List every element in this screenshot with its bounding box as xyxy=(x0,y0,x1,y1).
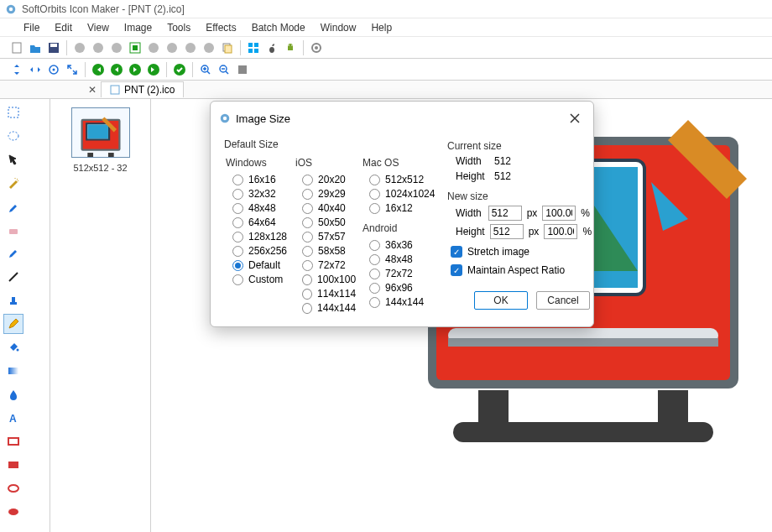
maintain-aspect-checkbox[interactable]: ✓Maintain Aspect Ratio xyxy=(451,264,590,276)
bucket-tool[interactable] xyxy=(3,337,23,357)
save-button[interactable] xyxy=(45,39,62,56)
drop-tool[interactable] xyxy=(3,384,23,404)
eyedropper-tool[interactable] xyxy=(3,196,23,216)
radio-144x144-android[interactable]: 144x144 xyxy=(369,296,436,308)
rect-fill-tool[interactable] xyxy=(3,455,23,475)
new-size-label: New size xyxy=(447,190,590,202)
apple-icon[interactable] xyxy=(263,39,280,56)
new-width-percent-input[interactable] xyxy=(542,206,576,221)
radio-16x12[interactable]: 16x12 xyxy=(369,202,436,214)
radio-default[interactable]: Default xyxy=(232,259,289,271)
pencil-tool[interactable] xyxy=(3,314,23,334)
new-height-input[interactable] xyxy=(490,224,524,239)
new-height-percent-input[interactable] xyxy=(544,224,577,239)
resize-v-button[interactable] xyxy=(8,61,25,78)
text-tool[interactable]: A xyxy=(3,408,23,428)
last-button[interactable] xyxy=(145,61,162,78)
radio-114x114[interactable]: 114x114 xyxy=(302,288,356,300)
radio-1024x1024[interactable]: 1024x1024 xyxy=(369,188,436,200)
radio-72x72-android[interactable]: 72x72 xyxy=(369,268,436,279)
toolbar-separator xyxy=(66,40,67,55)
target-button[interactable] xyxy=(45,61,62,78)
radio-57x57[interactable]: 57x57 xyxy=(302,231,356,243)
zoom-out-button[interactable] xyxy=(216,61,232,78)
tab-close-icon[interactable]: ✕ xyxy=(84,84,101,96)
radio-custom[interactable]: Custom xyxy=(232,274,289,285)
menu-batch-mode[interactable]: Batch Mode xyxy=(245,20,312,35)
settings-button[interactable] xyxy=(308,39,325,56)
menu-effects[interactable]: Effects xyxy=(199,20,243,35)
menu-help[interactable]: Help xyxy=(364,20,399,35)
radio-96x96[interactable]: 96x96 xyxy=(369,282,436,294)
percent-label: % xyxy=(581,207,590,219)
ellipse-fill-tool[interactable] xyxy=(3,502,23,522)
shrink-button[interactable] xyxy=(64,61,81,78)
prev-button[interactable] xyxy=(108,61,125,78)
stop-button[interactable] xyxy=(234,61,251,78)
ellipse-select-tool[interactable] xyxy=(3,126,23,146)
menu-file[interactable]: File xyxy=(17,20,46,35)
menu-view[interactable]: View xyxy=(81,20,116,35)
stretch-image-checkbox[interactable]: ✓Stretch image xyxy=(451,246,590,258)
radio-144x144-ios[interactable]: 144x144 xyxy=(302,302,356,314)
radio-100x100[interactable]: 100x100 xyxy=(302,274,356,285)
svg-point-23 xyxy=(315,46,318,50)
android-icon[interactable] xyxy=(282,39,299,56)
resize-h-button[interactable] xyxy=(27,61,44,78)
svg-rect-43 xyxy=(8,438,18,445)
wand-tool[interactable] xyxy=(3,173,23,193)
menu-tools[interactable]: Tools xyxy=(160,20,197,35)
accept-button[interactable] xyxy=(171,61,188,78)
radio-32x32[interactable]: 32x32 xyxy=(232,188,289,200)
dialog-close-button[interactable] xyxy=(565,108,585,128)
tab-document[interactable]: PNT (2).ico xyxy=(101,81,184,97)
radio-256x256[interactable]: 256x256 xyxy=(232,245,289,257)
arrow-tool[interactable] xyxy=(3,149,23,170)
radio-512x512[interactable]: 512x512 xyxy=(369,174,436,185)
radio-36x36[interactable]: 36x36 xyxy=(369,239,436,251)
ios-heading: iOS xyxy=(295,157,356,169)
radio-50x50[interactable]: 50x50 xyxy=(302,216,356,228)
gradient-tool[interactable] xyxy=(3,361,23,381)
line-tool[interactable] xyxy=(3,267,23,287)
zoom-in-button[interactable] xyxy=(197,61,214,78)
menu-window[interactable]: Window xyxy=(314,20,363,35)
radio-48x48[interactable]: 48x48 xyxy=(232,202,289,214)
app-logo-icon xyxy=(5,3,17,15)
brush-tool[interactable] xyxy=(3,243,23,263)
radio-64x64[interactable]: 64x64 xyxy=(232,216,289,228)
copy-button[interactable] xyxy=(219,39,236,56)
new-file-button[interactable] xyxy=(8,39,25,56)
first-button[interactable] xyxy=(90,61,107,78)
radio-20x20[interactable]: 20x20 xyxy=(302,174,356,185)
radio-58x58[interactable]: 58x58 xyxy=(302,245,356,257)
ellipse-tool[interactable] xyxy=(3,478,23,498)
source-button[interactable] xyxy=(127,39,143,56)
rect-tool[interactable] xyxy=(3,431,23,451)
menu-image[interactable]: Image xyxy=(117,20,159,35)
rect-select-tool[interactable] xyxy=(3,102,23,123)
default-size-label: Default Size xyxy=(224,138,436,150)
macos-heading: Mac OS xyxy=(363,157,436,169)
radio-72x72[interactable]: 72x72 xyxy=(302,259,356,271)
title-bar: SoftOrbits Icon Maker - [PNT (2).ico] xyxy=(0,0,772,18)
new-width-input[interactable] xyxy=(488,206,522,221)
menu-edit[interactable]: Edit xyxy=(48,20,79,35)
svg-point-25 xyxy=(53,68,55,70)
radio-40x40[interactable]: 40x40 xyxy=(302,202,356,214)
disabled-dot-button xyxy=(108,39,125,56)
radio-16x16[interactable]: 16x16 xyxy=(232,174,289,185)
ok-button[interactable]: OK xyxy=(474,291,528,310)
stamp-tool[interactable] xyxy=(3,290,23,310)
thumbnail-caption: 512x512 - 32 xyxy=(73,163,127,173)
radio-48x48-android[interactable]: 48x48 xyxy=(369,253,436,265)
cancel-button[interactable]: Cancel xyxy=(536,291,590,310)
eraser-tool[interactable] xyxy=(3,220,23,240)
windows-icon[interactable] xyxy=(245,39,262,56)
radio-29x29[interactable]: 29x29 xyxy=(302,188,356,200)
tool-panel: A xyxy=(0,99,50,532)
thumbnail[interactable] xyxy=(71,107,130,158)
open-file-button[interactable] xyxy=(27,39,44,56)
radio-128x128[interactable]: 128x128 xyxy=(232,231,289,243)
next-button[interactable] xyxy=(127,61,143,78)
